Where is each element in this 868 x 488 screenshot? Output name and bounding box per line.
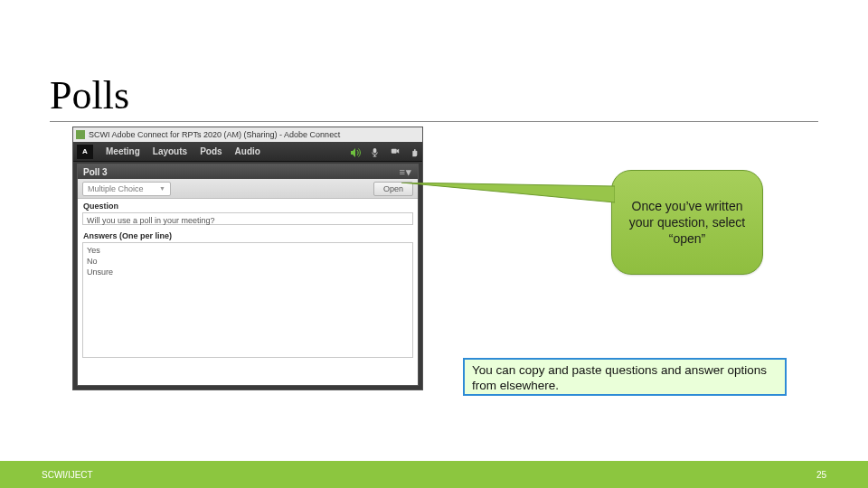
question-label: Question xyxy=(78,199,418,212)
menu-bar: A Meeting Layouts Pods Audio xyxy=(73,142,422,162)
pod-title: Poll 3 xyxy=(83,167,108,177)
poll-type-select[interactable]: Multiple Choice ▼ xyxy=(82,182,171,196)
raise-hand-icon[interactable] xyxy=(410,147,419,156)
mic-icon[interactable] xyxy=(370,147,379,156)
poll-pod: Poll 3 ≡▾ Multiple Choice ▼ Open Questio… xyxy=(77,164,419,386)
tip-note-text: You can copy and paste questions and ans… xyxy=(472,363,767,392)
question-input[interactable]: Will you use a poll in your meeting? xyxy=(82,212,413,225)
menu-meeting[interactable]: Meeting xyxy=(106,146,140,156)
svg-rect-0 xyxy=(373,147,377,153)
svg-marker-2 xyxy=(401,183,615,202)
webcam-icon[interactable] xyxy=(390,147,399,156)
adobe-logo-icon: A xyxy=(77,145,93,159)
callout-bubble: Once you’ve written your question, selec… xyxy=(611,170,763,275)
poll-type-value: Multiple Choice xyxy=(88,184,144,193)
app-icon xyxy=(76,130,85,139)
open-button[interactable]: Open xyxy=(373,182,413,196)
callout-text: Once you’ve written your question, selec… xyxy=(625,198,750,248)
callout: Once you’ve written your question, selec… xyxy=(611,170,763,275)
svg-rect-1 xyxy=(392,148,397,153)
adobe-connect-window: SCWI Adobe Connect for RPTs 2020 (AM) (S… xyxy=(72,127,423,390)
chevron-down-icon: ▼ xyxy=(159,185,165,192)
menu-layouts[interactable]: Layouts xyxy=(153,146,187,156)
menu-pods[interactable]: Pods xyxy=(200,146,222,156)
footer-left: SCWI/IJECT xyxy=(42,470,93,480)
slide-title: Polls xyxy=(50,72,129,118)
title-divider xyxy=(50,121,818,122)
menu-audio[interactable]: Audio xyxy=(235,146,260,156)
speaker-icon[interactable] xyxy=(350,147,359,156)
pod-options-icon[interactable]: ≡▾ xyxy=(400,166,412,178)
window-titlebar: SCWI Adobe Connect for RPTs 2020 (AM) (S… xyxy=(73,127,422,142)
tip-note: You can copy and paste questions and ans… xyxy=(463,358,787,396)
callout-pointer-icon xyxy=(401,183,615,206)
footer-bar: SCWI/IJECT 25 xyxy=(0,461,868,488)
answers-input[interactable]: Yes No Unsure xyxy=(82,242,413,358)
window-title: SCWI Adobe Connect for RPTs 2020 (AM) (S… xyxy=(89,130,340,139)
pod-header: Poll 3 ≡▾ xyxy=(78,164,418,179)
pod-toolbar: Multiple Choice ▼ Open xyxy=(78,179,418,199)
page-number: 25 xyxy=(816,470,826,480)
answers-label: Answers (One per line) xyxy=(78,229,418,242)
